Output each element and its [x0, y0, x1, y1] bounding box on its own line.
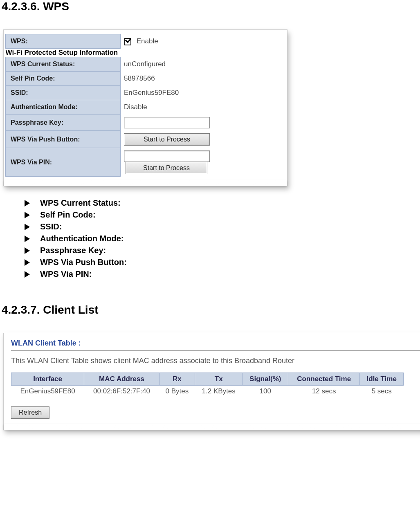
- list-item-label: WPS Via PIN:: [40, 269, 92, 279]
- wps-bullet-list: WPS Current Status: Self Pin Code: SSID:…: [25, 198, 420, 279]
- wps-pin-label: Self Pin Code:: [6, 72, 121, 86]
- wps-status-value: unConfigured: [121, 57, 286, 72]
- client-table-desc: This WLAN Client Table shows client MAC …: [11, 357, 420, 365]
- bullet-icon: [25, 212, 30, 218]
- wps-enable-label: WPS:: [6, 34, 121, 49]
- wps-enable-text: Enable: [137, 37, 158, 45]
- wps-pinrow-button[interactable]: Start to Process: [126, 162, 207, 174]
- list-item: Authentication Mode:: [25, 234, 420, 243]
- bullet-icon: [25, 236, 30, 242]
- bullet-icon: [25, 259, 30, 266]
- col-mac: MAC Address: [84, 373, 159, 386]
- divider: [11, 350, 420, 351]
- table-row: EnGenius59FE80 00:02:6F:52:7F:40 0 Bytes…: [11, 386, 404, 397]
- wps-enable-checkbox[interactable]: [124, 38, 131, 45]
- list-item-label: Passphrase Key:: [40, 246, 106, 255]
- wps-auth-label: Authentication Mode:: [6, 100, 121, 114]
- refresh-button[interactable]: Refresh: [11, 406, 49, 419]
- client-list-panel: WLAN Client Table : This WLAN Client Tab…: [3, 333, 420, 430]
- col-tx: Tx: [195, 373, 243, 386]
- wps-pinrow-label: WPS Via PIN:: [6, 148, 121, 177]
- list-item: Passphrase Key:: [25, 246, 420, 255]
- wps-auth-value: Disable: [121, 100, 286, 114]
- client-table: Interface MAC Address Rx Tx Signal(%) Co…: [11, 373, 404, 397]
- table-header-row: Interface MAC Address Rx Tx Signal(%) Co…: [11, 373, 404, 386]
- cell-idle-time: 5 secs: [360, 386, 404, 397]
- list-item: WPS Via PIN:: [25, 269, 420, 279]
- client-table-title: WLAN Client Table :: [11, 339, 420, 348]
- list-item: SSID:: [25, 222, 420, 231]
- wps-pass-input[interactable]: [124, 117, 210, 128]
- cell-signal: 100: [243, 386, 288, 397]
- list-item-label: WPS Via Push Button:: [40, 258, 127, 267]
- wps-pinrow-input[interactable]: [124, 150, 210, 162]
- list-item: WPS Via Push Button:: [25, 258, 420, 267]
- wps-pass-label: Passphrase Key:: [6, 114, 121, 131]
- bullet-icon: [25, 271, 30, 278]
- wps-push-label: WPS Via Push Button:: [6, 131, 121, 148]
- col-signal: Signal(%): [243, 373, 288, 386]
- list-item-label: WPS Current Status:: [40, 198, 121, 208]
- cell-rx: 0 Bytes: [159, 386, 195, 397]
- cell-connected-time: 12 secs: [288, 386, 360, 397]
- cell-mac: 00:02:6F:52:7F:40: [84, 386, 159, 397]
- list-item-label: SSID:: [40, 222, 62, 231]
- bullet-icon: [25, 247, 30, 254]
- col-rx: Rx: [159, 373, 195, 386]
- list-item-label: Self Pin Code:: [40, 210, 96, 220]
- list-item: Self Pin Code:: [25, 210, 420, 220]
- col-idle-time: Idle Time: [360, 373, 404, 386]
- wps-pin-value: 58978566: [121, 72, 286, 86]
- cell-interface: EnGenius59FE80: [11, 386, 84, 397]
- wps-status-label: WPS Current Status:: [6, 57, 121, 72]
- col-interface: Interface: [11, 373, 84, 386]
- wps-push-button[interactable]: Start to Process: [124, 133, 210, 146]
- wps-panel: WPS: Enable Wi-Fi Protected Setup Inform…: [3, 29, 287, 186]
- cell-tx: 1.2 KBytes: [195, 386, 243, 397]
- col-connected-time: Connected Time: [288, 373, 360, 386]
- bullet-icon: [25, 200, 30, 206]
- wps-subheading: Wi-Fi Protected Setup Information: [6, 49, 286, 57]
- wps-ssid-label: SSID:: [6, 86, 121, 100]
- list-item: WPS Current Status:: [25, 198, 420, 208]
- section-heading-client-list: 4.2.3.7. Client List: [0, 303, 420, 316]
- section-heading-wps: 4.2.3.6. WPS: [0, 0, 420, 13]
- wps-ssid-value: EnGenius59FE80: [121, 86, 286, 100]
- bullet-icon: [25, 224, 30, 230]
- list-item-label: Authentication Mode:: [40, 234, 124, 243]
